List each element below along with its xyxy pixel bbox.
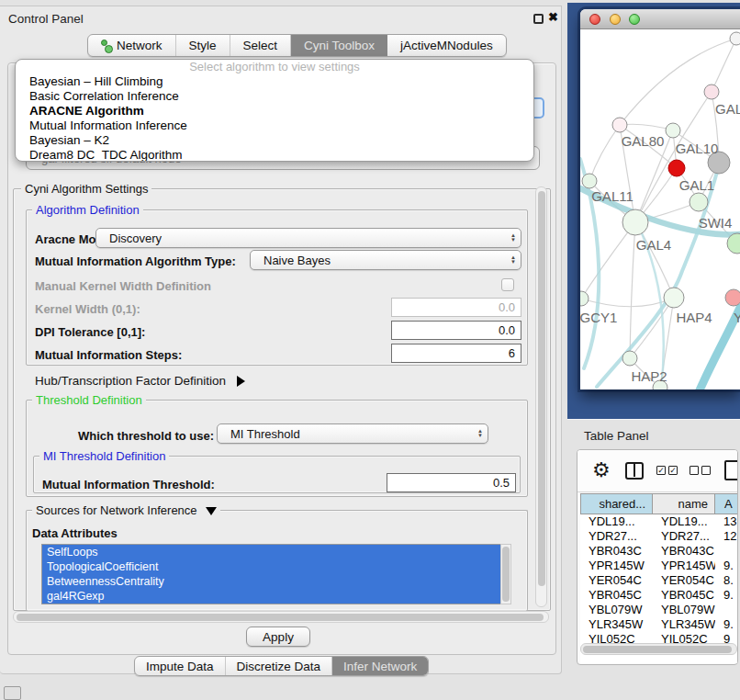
column-header-cut[interactable]: A [715,493,738,514]
which-threshold-label: Which threshold to use: [78,429,214,443]
node-gal1[interactable] [690,193,708,211]
unchecked-checkboxes-icon[interactable] [690,466,711,475]
table-horizontal-scrollbar[interactable] [580,643,737,655]
list-item-selfloops[interactable]: SelfLoops [42,545,510,559]
sources-group-title[interactable]: Sources for Network Inference [32,503,220,517]
node-hap2[interactable] [622,351,637,366]
algorithm-select-popup: Select algorithm to view settings Bayesi… [15,59,534,162]
table-hscrollbar-thumb[interactable] [583,646,732,653]
network-graph: GAL80 GAL10 GAL1 GAL11 SWI4 GAL4 GCY1 HA… [580,30,740,390]
table-row[interactable]: YBL079W YBL079W [580,603,738,617]
settings-hscrollbar-thumb[interactable] [17,614,544,621]
node-gal11[interactable] [582,174,597,188]
popup-item-bayesian-hill-climbing[interactable]: Bayesian – Hill Climbing [16,74,533,89]
tab-jactivemnodules[interactable]: jActiveMNodules [387,35,506,56]
mi-type-combo[interactable]: Naive Bayes ▲▼ [250,250,521,270]
file-icon[interactable] [724,460,738,480]
expander-right-icon [237,376,245,387]
tab-cyni-toolbox[interactable]: Cyni Toolbox [291,35,387,56]
minimize-traffic-light-icon[interactable] [610,14,621,25]
aracne-mode-combo[interactable]: Discovery ▲▼ [95,228,521,248]
column-header-shared-name[interactable]: shared... [580,493,653,514]
checkbox-checked-glyph: ✓ [656,466,666,475]
apply-button[interactable]: Apply [246,627,310,647]
close-traffic-light-icon[interactable] [589,14,600,25]
list-item-betweennesscentrality[interactable]: BetweennessCentrality [42,574,510,589]
gear-icon[interactable]: ⚙ [592,458,611,482]
hub-definition-expander[interactable]: Hub/Transcription Factor Definition [35,374,245,388]
table-row[interactable]: YDL19... YDL19... 13 [580,514,738,529]
network-nodes[interactable] [580,32,740,390]
cell: 9. [715,617,738,632]
attributes-scrollbar-thumb[interactable] [502,547,510,602]
tab-select[interactable]: Select [230,35,292,56]
list-item-gal4rgexp[interactable]: gal4RGexp [42,589,510,604]
which-threshold-combo[interactable]: MI Threshold ▲▼ [217,423,488,444]
tab-style[interactable]: Style [176,35,230,56]
column-header-name[interactable]: name [653,493,715,514]
node-gal-cut[interactable] [704,85,719,99]
node-gal80[interactable] [612,118,627,132]
table-row[interactable]: YBR045C YBR045C 9. [580,588,738,603]
cell: 8. [715,573,738,588]
cell: YBR045C [580,588,653,603]
node-selected-red[interactable] [668,160,685,176]
popup-item-basic-correlation[interactable]: Basic Correlation Inference [16,89,533,104]
network-canvas[interactable]: GAL80 GAL10 GAL1 GAL11 SWI4 GAL4 GCY1 HA… [580,30,740,390]
manual-kernel-checkbox[interactable] [501,278,514,291]
node-gal4[interactable] [622,209,648,235]
label-gcy1: GCY1 [580,310,617,325]
table-row[interactable]: YLR345W YLR345W 9. [580,617,738,632]
table-row[interactable]: YBR043C YBR043C [580,544,738,559]
cell: 9. [715,559,738,573]
settings-horizontal-scrollbar[interactable] [13,611,549,623]
tab-impute-data[interactable]: Impute Data [135,657,226,675]
cell: YPR145W [653,559,715,573]
node-salmon[interactable] [725,289,740,306]
table-row[interactable]: YPR145W YPR145W 9. [580,559,738,573]
float-panel-icon[interactable] [533,14,544,24]
close-panel-icon[interactable]: ✖ [548,10,558,24]
mi-threshold-field[interactable] [387,473,516,492]
control-panel-title: Control Panel [8,12,84,26]
settings-vertical-scrollbar[interactable] [535,186,547,607]
network-window-titlebar[interactable] [580,9,740,29]
aracne-mode-value: Discovery [109,231,162,245]
settings-vscrollbar-thumb[interactable] [538,191,545,586]
tab-network[interactable]: Network [88,35,176,56]
popup-item-bayesian-k2[interactable]: Bayesian – K2 [16,133,533,148]
cell: YER054C [580,573,653,588]
dpi-tolerance-label: DPI Tolerance [0,1]: [35,325,145,339]
docked-panel-icon[interactable] [4,686,21,700]
list-item-topologicalcoefficient[interactable]: TopologicalCoefficient [42,559,510,574]
checked-checkboxes-icon[interactable]: ✓ ✓ [656,466,678,475]
mi-steps-field[interactable] [391,344,521,363]
tab-discretize-data[interactable]: Discretize Data [226,657,333,675]
kernel-width-field[interactable] [391,298,521,317]
application-window: Control Panel ✖ Network Style Select Cyn… [0,0,740,700]
node-gcy1[interactable] [580,291,589,306]
mi-threshold-group-title: MI Threshold Definition [39,449,169,463]
zoom-traffic-light-icon[interactable] [629,14,640,25]
control-panel-tabstrip: Network Style Select Cyni Toolbox jActiv… [87,34,507,57]
popup-item-aracne[interactable]: ARACNE Algorithm [16,104,533,119]
node-gal10[interactable] [666,123,680,138]
tab-cyni-toolbox-label: Cyni Toolbox [304,39,375,52]
tab-network-label: Network [117,39,163,52]
cell: YER054C [653,573,715,588]
combo-arrows-icon: ▲▼ [510,251,516,269]
cell: YDL19... [653,514,715,529]
label-gal80: GAL80 [622,133,665,149]
popup-item-dream8[interactable]: Dream8 DC_TDC Algorithm [16,148,533,162]
dpi-tolerance-field[interactable] [391,321,521,340]
node-unlabeled-top[interactable] [730,32,740,45]
tab-infer-network[interactable]: Infer Network [332,657,428,675]
table-row[interactable]: YDR27... YDR27... 12 [580,529,738,544]
table-row[interactable]: YER054C YER054C 8. [580,573,738,588]
popup-item-mutual-information[interactable]: Mutual Information Inference [16,119,533,133]
node-hap4[interactable] [664,288,684,308]
split-columns-icon[interactable] [625,462,644,480]
attributes-list-scrollbar[interactable] [500,544,511,604]
data-attributes-label: Data Attributes [32,526,118,540]
cyni-algorithm-settings-title: Cyni Algorithm Settings [21,182,151,196]
